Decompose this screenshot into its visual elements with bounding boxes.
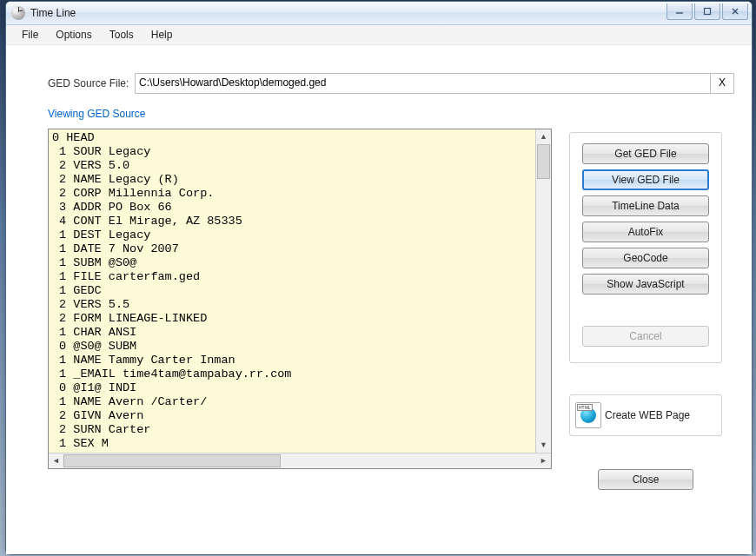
source-file-path: C:\Users\Howard\Desktop\demoged.ged <box>139 75 706 92</box>
maximize-button[interactable] <box>694 3 720 20</box>
scroll-down-icon[interactable]: ▼ <box>536 438 551 453</box>
horizontal-scroll-thumb[interactable] <box>63 454 281 467</box>
scroll-up-icon[interactable]: ▲ <box>536 129 551 144</box>
get-ged-button[interactable]: Get GED File <box>582 143 709 164</box>
close-wrap: Close <box>569 469 722 490</box>
source-file-label: GED Source File: <box>48 77 135 89</box>
create-web-page-button[interactable]: HTML Create WEB Page <box>569 394 722 436</box>
scroll-left-icon[interactable]: ◄ <box>49 453 63 468</box>
window-controls <box>666 3 748 19</box>
html-badge: HTML <box>577 404 593 411</box>
viewing-source-link[interactable]: Viewing GED Source <box>48 108 146 120</box>
action-button-group: Get GED File View GED File TimeLine Data… <box>569 132 722 363</box>
right-column: Get GED File View GED File TimeLine Data… <box>569 129 722 490</box>
svg-rect-1 <box>705 9 711 15</box>
spacer <box>582 300 709 326</box>
globe-icon: HTML <box>575 402 601 428</box>
minimize-button[interactable] <box>666 3 693 20</box>
autofix-button[interactable]: AutoFix <box>582 222 709 242</box>
client-area: GED Source File: C:\Users\Howard\Desktop… <box>6 45 752 554</box>
source-file-row: GED Source File: C:\Users\Howard\Desktop… <box>48 73 734 94</box>
horizontal-scrollbar[interactable]: ◄ ► <box>49 453 551 468</box>
title-bar[interactable]: Time Line <box>6 2 752 25</box>
menu-bar: File Options Tools Help <box>6 25 752 45</box>
show-javascript-button[interactable]: Show JavaScript <box>582 274 709 295</box>
app-window: Time Line File Options Tools Help GED So… <box>5 1 753 555</box>
view-ged-button[interactable]: View GED File <box>582 169 709 190</box>
scroll-right-icon[interactable]: ► <box>536 453 551 468</box>
menu-file[interactable]: File <box>13 26 47 43</box>
clear-file-button[interactable]: X <box>710 73 734 94</box>
menu-help[interactable]: Help <box>143 26 182 43</box>
window-close-button[interactable] <box>722 3 748 20</box>
ged-text-content: 0 HEAD 1 SOUR Legacy 2 VERS 5.0 2 NAME L… <box>49 129 551 453</box>
window-title: Time Line <box>30 7 666 19</box>
menu-tools[interactable]: Tools <box>101 26 143 43</box>
cancel-button: Cancel <box>582 326 709 347</box>
geocode-button[interactable]: GeoCode <box>582 248 709 268</box>
vertical-scroll-thumb[interactable] <box>537 144 550 179</box>
create-web-page-label: Create WEB Page <box>605 409 690 421</box>
timeline-data-button[interactable]: TimeLine Data <box>582 195 709 216</box>
main-row: 0 HEAD 1 SOUR Legacy 2 VERS 5.0 2 NAME L… <box>48 129 734 490</box>
vertical-scrollbar[interactable]: ▲ ▼ <box>535 129 551 453</box>
clock-icon <box>11 6 25 20</box>
close-button[interactable]: Close <box>598 469 693 490</box>
ged-text-area[interactable]: 0 HEAD 1 SOUR Legacy 2 VERS 5.0 2 NAME L… <box>48 129 552 469</box>
source-file-input[interactable]: C:\Users\Howard\Desktop\demoged.ged <box>135 73 711 94</box>
menu-options[interactable]: Options <box>47 26 100 43</box>
